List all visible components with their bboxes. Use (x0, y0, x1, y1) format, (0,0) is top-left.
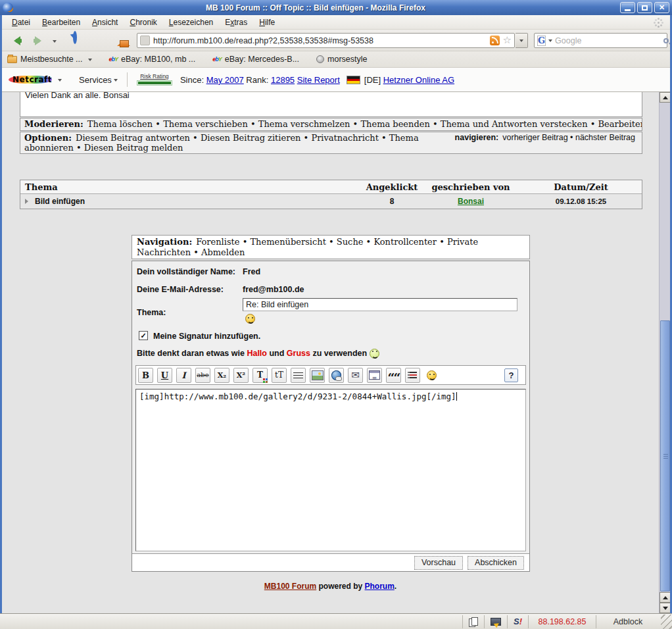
forum-link[interactable]: Thema verschieben (163, 119, 248, 129)
image-button[interactable] (310, 368, 325, 383)
submit-button[interactable]: Abschicken (468, 556, 524, 570)
scrapbook-panel[interactable]: S! (507, 615, 528, 628)
italic-button[interactable]: I (176, 368, 191, 383)
history-dropdown-button[interactable] (51, 33, 60, 49)
thread-clicks: 8 (362, 197, 421, 206)
forum-link[interactable]: Thema und Antworten verstecken (441, 119, 588, 129)
forum-home-link[interactable]: MB100 Forum (264, 582, 316, 591)
stop-button[interactable] (94, 33, 110, 49)
forum-link[interactable]: Diesem Beitrag antworten (76, 133, 190, 143)
services-menu[interactable]: Services (79, 75, 112, 85)
close-button[interactable]: ✕ (654, 2, 669, 13)
scrollbar-thumb[interactable] (660, 320, 670, 591)
strike-button[interactable]: abe (195, 368, 210, 383)
url-dropdown-button[interactable] (516, 33, 528, 48)
chevron-down-icon[interactable] (114, 79, 118, 84)
underline-button[interactable]: U (157, 368, 172, 383)
home-button[interactable] (116, 33, 132, 49)
forum-link[interactable]: Abmelden (201, 247, 245, 257)
signature-checkbox[interactable]: ✓ (139, 331, 148, 340)
url-bar[interactable]: ☆ (137, 33, 515, 48)
hosting-company-link[interactable]: Hetzner Online AG (383, 75, 454, 85)
site-favicon (140, 36, 150, 45)
since-link[interactable]: May 2007 (206, 75, 244, 85)
font-size-button[interactable]: tT (272, 368, 287, 383)
forum-link[interactable]: Thema beenden (360, 119, 429, 129)
rss-feed-icon[interactable] (490, 36, 500, 45)
preview-button[interactable]: Vorschau (414, 556, 463, 570)
bookmark-item[interactable]: morsestyle (316, 55, 367, 64)
quote-button[interactable]: ““ (386, 368, 401, 383)
window-titlebar: MB 100 Forum :: Off Topic :: Bild einfüg… (0, 0, 672, 15)
superscript-button[interactable]: X² (233, 368, 249, 383)
reload-button[interactable] (71, 33, 87, 49)
subject-input[interactable] (243, 298, 517, 311)
hint-gruss: Gruss (287, 349, 310, 358)
forum-link[interactable]: Bearbeiten (598, 119, 642, 129)
smiley-button[interactable] (424, 368, 439, 383)
bookmark-item[interactable]: ebYeBay: MB100, mb ... (109, 55, 196, 64)
maximize-icon (642, 5, 648, 11)
back-button[interactable] (9, 33, 24, 49)
bookmark-item[interactable]: ebYeBay: Mercedes-B... (212, 55, 299, 64)
forward-button[interactable] (31, 33, 47, 49)
rank-link[interactable]: 12895 (271, 75, 295, 85)
menu-hilfe[interactable]: Hilfe (253, 16, 281, 29)
bookmark-star-icon[interactable]: ☆ (503, 36, 512, 45)
menu-datei[interactable]: Datei (6, 16, 36, 29)
menu-extras[interactable]: Extras (219, 16, 253, 29)
scroll-up-button-bottom[interactable] (660, 592, 671, 603)
bold-button[interactable]: B (138, 368, 153, 383)
thread-title-link[interactable]: Bild einfügen (35, 197, 85, 206)
minimize-button[interactable] (620, 2, 635, 13)
menu-bearbeiten[interactable]: Bearbeiten (36, 16, 86, 29)
forum-link[interactable]: Forenliste (196, 237, 239, 247)
bookmark-item[interactable]: Meistbesuchte ... (7, 55, 92, 64)
email-button[interactable]: ✉ (348, 368, 363, 383)
site-report-link[interactable]: Site Report (297, 75, 340, 85)
chevron-down-icon[interactable] (58, 79, 62, 84)
chevron-down-icon (519, 39, 523, 44)
adblock-panel[interactable]: Adblock (596, 615, 660, 628)
phorum-link[interactable]: Phorum (365, 582, 395, 591)
search-input[interactable] (555, 36, 661, 45)
forum-link[interactable]: Themenübersicht (250, 237, 325, 247)
menu-lesezeichen[interactable]: Lesezeichen (163, 16, 219, 29)
list-button[interactable] (405, 368, 420, 383)
menu-chronik[interactable]: Chronik (124, 16, 162, 29)
code-button[interactable] (367, 368, 382, 383)
forum-link[interactable]: Privatnachricht (311, 133, 378, 143)
thread-author-link[interactable]: Bonsai (458, 197, 484, 206)
scroll-up-button[interactable] (660, 92, 671, 103)
showip-panel[interactable]: 88.198.62.85 (528, 615, 596, 628)
resize-grip[interactable] (661, 615, 672, 629)
text-caret (456, 392, 457, 401)
help-button[interactable]: ? (504, 368, 518, 382)
vertical-scrollbar[interactable] (659, 92, 670, 613)
forum-link[interactable]: vorheriger Beitrag (502, 133, 567, 142)
forum-link[interactable]: Diesen Beitrag melden (84, 143, 183, 153)
message-textarea[interactable]: [img]http://www.mb100.de/gallery2/d/9231… (135, 389, 526, 551)
extension-panel[interactable] (484, 615, 507, 628)
scroll-down-button[interactable] (660, 603, 671, 613)
forum-link[interactable]: Thema löschen (87, 119, 153, 129)
forum-link[interactable]: Suche (337, 237, 364, 247)
hr-button[interactable] (291, 368, 306, 383)
tabs-extension-panel[interactable] (462, 615, 484, 628)
forum-link[interactable]: nächster Beitrag (575, 133, 635, 142)
forum-link[interactable]: Diesen Beitrag zitieren (201, 133, 301, 143)
url-button[interactable] (329, 368, 344, 383)
menu-ansicht[interactable]: Ansicht (86, 16, 124, 29)
font-color-button[interactable]: T (252, 368, 268, 383)
search-icon[interactable] (663, 38, 669, 43)
search-bar[interactable]: G (534, 33, 667, 48)
maximize-button[interactable] (637, 2, 652, 13)
url-input[interactable] (153, 36, 487, 45)
bold-icon: B (142, 371, 149, 380)
netcraft-logo[interactable]: Netcraft (9, 74, 56, 86)
subscript-button[interactable]: X₂ (214, 368, 229, 383)
forum-link[interactable]: Kontrollcenter (373, 237, 437, 247)
quote-icon: ““ (388, 376, 400, 381)
forum-link[interactable]: Thema verschmelzen (258, 119, 350, 129)
search-engine-dropdown-icon[interactable] (548, 39, 552, 44)
